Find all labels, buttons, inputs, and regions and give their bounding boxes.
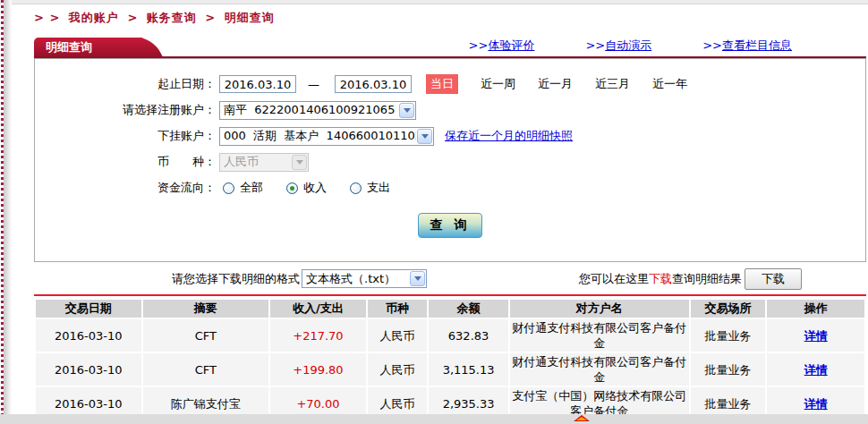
chevron-down-icon[interactable] xyxy=(410,271,425,286)
cell-currency: 人民币 xyxy=(368,319,428,352)
table-top-divider xyxy=(34,294,866,296)
range-today-button[interactable]: 当日 xyxy=(426,74,458,94)
col-header-amount: 收入/支出 xyxy=(270,300,366,318)
header-links: >>体验评价 >>自动演示 >>查看栏目信息 xyxy=(469,38,792,54)
left-shadow-border xyxy=(4,0,12,424)
breadcrumb-arrows-icon: > > xyxy=(34,11,60,24)
breadcrumb-item-detail-query[interactable]: 明细查询 xyxy=(225,11,275,24)
radio-expense[interactable] xyxy=(350,182,362,194)
sub-account-label: 下挂账户： xyxy=(35,128,216,144)
date-range-label: 起止日期： xyxy=(35,76,216,92)
radio-income-label: 收入 xyxy=(303,180,327,196)
download-hint-text: 查询明细结果 xyxy=(672,271,742,287)
breadcrumb-item-my-account[interactable]: 我的账户 xyxy=(69,11,119,24)
breadcrumb-separator: > xyxy=(205,11,216,24)
chevron-down-icon[interactable] xyxy=(399,103,414,118)
radio-expense-label: 支出 xyxy=(367,180,390,196)
query-button[interactable]: 查 询 xyxy=(418,213,482,238)
fund-flow-label: 资金流向： xyxy=(35,180,216,196)
link-view-column-info[interactable]: >>查看栏目信息 xyxy=(702,38,792,54)
transactions-table: 交易日期 摘要 收入/支出 币种 余额 对方户名 交易场所 操作 2016-03… xyxy=(34,298,866,421)
breadcrumb-separator: > xyxy=(127,11,138,24)
date-range-row: 起止日期： — 当日 近一周 近一月 近三月 近一年 xyxy=(35,74,865,94)
sub-account-select[interactable]: 000 活期 基本户 1406600101102571848 xyxy=(219,127,434,146)
currency-label: 币 种： xyxy=(35,154,216,170)
col-header-currency: 币种 xyxy=(368,300,428,318)
download-hint: 您可以在这里下载查询明细结果 下载 xyxy=(579,268,802,290)
radio-income[interactable] xyxy=(286,182,298,194)
main-content: > > 我的账户 > 账务查询 > 明细查询 明细查询 >>体验评价 >>自动演… xyxy=(34,4,866,421)
tab-detail-query[interactable]: 明细查询 xyxy=(34,38,143,56)
breadcrumb-item-account-query[interactable]: 账务查询 xyxy=(147,11,197,24)
radio-all-label: 全部 xyxy=(240,180,263,196)
bottom-strip xyxy=(0,414,868,424)
cell-counterparty: 财付通支付科技有限公司客户备付金 xyxy=(510,353,689,386)
download-hint-highlight: 下载 xyxy=(649,271,672,287)
section-header: 明细查询 >>体验评价 >>自动演示 >>查看栏目信息 xyxy=(34,38,866,56)
chevron-down-icon[interactable] xyxy=(417,129,432,144)
chevrons-icon: >> xyxy=(469,38,489,52)
download-button[interactable]: 下载 xyxy=(745,268,802,290)
registered-account-label: 请选择注册账户： xyxy=(35,102,216,118)
cell-date: 2016-03-10 xyxy=(36,353,141,386)
date-dash: — xyxy=(308,78,319,91)
cell-summary: CFT xyxy=(143,319,268,352)
date-from-input[interactable] xyxy=(219,75,296,93)
cell-currency: 人民币 xyxy=(368,353,428,386)
save-monthly-snapshot-link[interactable]: 保存近一个月的明细快照 xyxy=(445,128,573,144)
sub-account-row: 下挂账户： 000 活期 基本户 1406600101102571848 保存近… xyxy=(35,126,865,146)
registered-account-select[interactable]: 南平 6222001406100921065 灵通卡 xyxy=(219,101,416,120)
cell-amount: +217.70 xyxy=(270,319,366,352)
range-last-week-button[interactable]: 近一周 xyxy=(481,76,515,92)
date-to-input[interactable] xyxy=(335,75,412,93)
query-button-row: 查 询 xyxy=(35,213,865,238)
col-header-venue: 交易场所 xyxy=(691,300,766,318)
table-row: 2016-03-10 CFT +217.70 人民币 632.83 财付通支付科… xyxy=(36,319,864,352)
cell-venue: 批量业务 xyxy=(691,319,766,352)
range-last-quarter-button[interactable]: 近三月 xyxy=(595,76,630,92)
link-auto-demo[interactable]: >>自动演示 xyxy=(585,38,651,54)
query-form-panel: 起止日期： — 当日 近一周 近一月 近三月 近一年 请选择注册账户： 南平 6… xyxy=(34,58,866,262)
cell-date: 2016-03-10 xyxy=(36,319,141,352)
cell-balance: 3,115.13 xyxy=(429,353,507,386)
chevrons-icon: >> xyxy=(702,38,722,52)
col-header-summary: 摘要 xyxy=(143,300,268,318)
currency-row: 币 种： 人民币 xyxy=(35,152,865,172)
col-header-action: 操作 xyxy=(767,300,864,318)
col-header-date: 交易日期 xyxy=(36,300,141,318)
cell-amount: +199.80 xyxy=(270,353,366,386)
fund-flow-row: 资金流向： 全部 收入 支出 xyxy=(35,178,865,198)
chevron-down-icon xyxy=(292,155,307,170)
detail-link[interactable]: 详情 xyxy=(804,363,828,377)
download-format-select[interactable]: 文本格式（.txt） xyxy=(302,269,427,288)
detail-link[interactable]: 详情 xyxy=(804,397,828,411)
col-header-balance: 余额 xyxy=(429,300,507,318)
range-last-year-button[interactable]: 近一年 xyxy=(652,76,687,92)
radio-all[interactable] xyxy=(223,182,234,194)
col-header-counterparty: 对方户名 xyxy=(510,300,689,318)
cell-venue: 批量业务 xyxy=(691,353,766,386)
table-header-row: 交易日期 摘要 收入/支出 币种 余额 对方户名 交易场所 操作 xyxy=(36,300,864,318)
download-format-label: 请您选择下载明细的格式 xyxy=(172,271,300,287)
cell-summary: CFT xyxy=(143,353,268,386)
detail-link[interactable]: 详情 xyxy=(804,329,828,343)
breadcrumb: > > 我的账户 > 账务查询 > 明细查询 xyxy=(34,10,866,26)
chevrons-icon: >> xyxy=(585,38,605,52)
cell-balance: 632.83 xyxy=(429,319,507,352)
range-last-month-button[interactable]: 近一月 xyxy=(538,76,573,92)
currency-select: 人民币 xyxy=(219,153,309,172)
link-experience-rating[interactable]: >>体验评价 xyxy=(469,38,535,54)
back-to-top-icon[interactable] xyxy=(574,415,590,421)
download-row: 请您选择下载明细的格式 文本格式（.txt） 您可以在这里下载查询明细结果 下载 xyxy=(34,267,866,291)
table-row: 2016-03-10 CFT +199.80 人民币 3,115.13 财付通支… xyxy=(36,353,864,386)
download-hint-text: 您可以在这里 xyxy=(579,271,649,287)
registered-account-row: 请选择注册账户： 南平 6222001406100921065 灵通卡 xyxy=(35,100,865,120)
cell-counterparty: 财付通支付科技有限公司客户备付金 xyxy=(510,319,689,352)
fund-flow-options: 全部 收入 支出 xyxy=(223,180,413,196)
